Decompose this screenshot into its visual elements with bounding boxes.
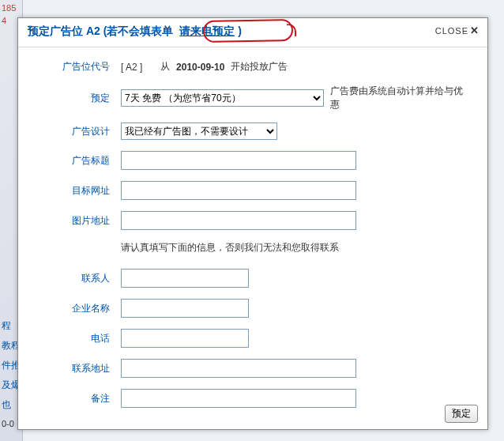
- phone-input[interactable]: [121, 329, 249, 348]
- bg-text: 4: [2, 16, 6, 25]
- phone-reserve-link[interactable]: 请来电预定: [176, 24, 238, 38]
- contact-input[interactable]: [121, 269, 249, 288]
- submit-button[interactable]: 预定: [445, 405, 478, 423]
- label-phone: 电话: [34, 332, 121, 345]
- label-design: 广告设计: [34, 125, 121, 138]
- close-icon: ✕: [470, 24, 480, 36]
- value-ad-code: [ A2 ] 从 2010-09-10 开始投放广告: [121, 60, 472, 74]
- close-button[interactable]: CLOSE✕: [435, 24, 480, 36]
- label-ad-title: 广告标题: [34, 154, 121, 168]
- company-input[interactable]: [121, 299, 249, 318]
- target-url-input[interactable]: [121, 181, 356, 200]
- label-image-url: 图片地址: [34, 214, 121, 228]
- ad-title-input[interactable]: [121, 151, 356, 170]
- bg-bottom: 0-0: [2, 419, 14, 428]
- image-url-input[interactable]: [121, 211, 356, 230]
- reserve-duration-select[interactable]: 7天 免费 （为您节省70元）: [121, 89, 324, 107]
- label-remark: 备注: [34, 392, 121, 405]
- bg-text: 185: [2, 3, 16, 13]
- reserve-dialog: 预定广告位 A2 (若不会填表单 请来电预定) CLOSE✕ 广告位代号 [ A…: [17, 17, 488, 430]
- dialog-header: 预定广告位 A2 (若不会填表单 请来电预定) CLOSE✕: [18, 18, 487, 47]
- dialog-title: 预定广告位 A2 (若不会填表单 请来电预定): [28, 24, 242, 39]
- label-contact: 联系人: [34, 272, 121, 285]
- form-hint: 请认真填写下面的信息，否则我们无法和您取得联系: [34, 241, 472, 254]
- design-select[interactable]: 我已经有广告图，不需要设计: [121, 122, 277, 140]
- label-target-url: 目标网址: [34, 184, 121, 198]
- label-address: 联系地址: [34, 362, 121, 375]
- remark-input[interactable]: [121, 389, 356, 408]
- label-reserve: 预定: [34, 92, 121, 105]
- reserve-hint: 广告费由系统自动计算并给与优惠: [330, 85, 472, 111]
- address-input[interactable]: [121, 359, 356, 378]
- form-body: 广告位代号 [ A2 ] 从 2010-09-10 开始投放广告 预定 7天 免…: [18, 47, 487, 427]
- label-company: 企业名称: [34, 302, 121, 315]
- label-ad-code: 广告位代号: [34, 60, 121, 74]
